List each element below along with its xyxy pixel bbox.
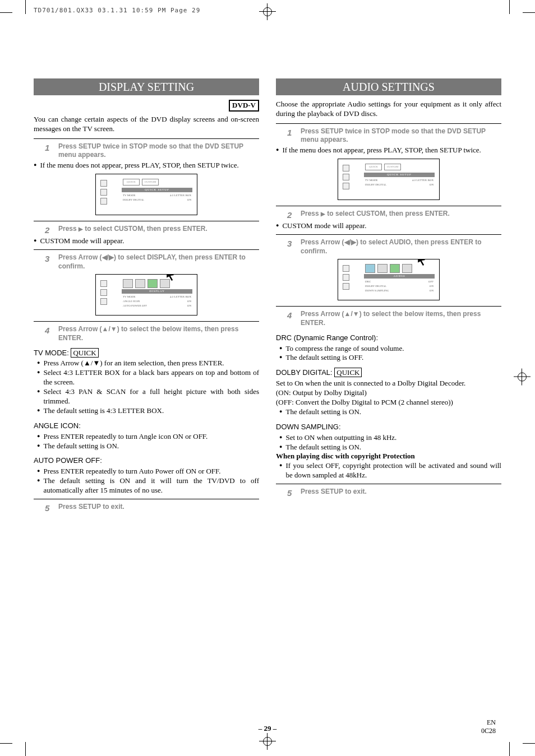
page-footer-code: EN 0C28: [481, 718, 496, 736]
step-text: Press ▶ to select CUSTOM, then press ENT…: [58, 225, 259, 234]
step-number: 3: [287, 238, 295, 249]
audio-settings-column: AUDIO SETTINGS Choose the appropriate Au…: [276, 78, 501, 514]
step-number: 4: [287, 310, 295, 321]
step-text: Press SETUP twice in STOP mode so that t…: [301, 127, 501, 145]
bullet-text: If the menu does not appear, press PLAY,…: [34, 161, 259, 170]
drc-heading: DRC (Dynamic Range Control):: [276, 333, 501, 343]
bullet-text: Select 4:3 LETTER BOX for a black bars a…: [37, 368, 259, 387]
bullet-text: Set to ON when outputting in 48 kHz.: [279, 433, 501, 443]
bullet-text: The default setting is 4:3 LETTER BOX.: [37, 406, 259, 416]
bullet-text: The default setting is OFF.: [279, 353, 501, 363]
step-number: 2: [45, 225, 53, 236]
bullet-text: The default setting is ON.: [37, 442, 259, 451]
dvd-v-badge: DVD-V: [229, 100, 259, 112]
step-number: 4: [45, 325, 53, 336]
bullet-text: Press ENTER repeatedly to turn Angle ico…: [37, 432, 259, 442]
step-number: 3: [45, 253, 53, 265]
step-text: Press SETUP to exit.: [58, 503, 259, 512]
bullet-text: The default setting is ON.: [279, 443, 501, 452]
auto-power-off-heading: AUTO POWER OFF:: [34, 456, 259, 466]
pointer-arrow-icon: [416, 259, 430, 266]
tv-mode-heading: TV MODE: QUICK: [34, 349, 259, 358]
bullet-text: CUSTOM mode will appear.: [34, 236, 259, 246]
display-setting-title: DISPLAY SETTING: [34, 78, 259, 95]
registration-mark-bottom: [259, 733, 276, 753]
down-sampling-heading: DOWN SAMPLING:: [276, 423, 501, 432]
bullet-text: Press ENTER repeatedly to turn Auto Powe…: [37, 467, 259, 476]
bullet-text: If you select OFF, copyright protection …: [279, 461, 501, 480]
copyright-note-heading: When playing disc with copyright Protect…: [276, 452, 501, 461]
svg-marker-0: [167, 274, 174, 281]
screen-illustration-display: DISPLAY TV MODE4:3 LETTER BOX ANGLE ICON…: [95, 274, 197, 316]
step-text: Press Arrow (▲/▼) to select the below it…: [301, 310, 501, 327]
dolby-digital-heading: DOLBY DIGITAL: QUICK: [276, 368, 501, 378]
step-text: Press ▶ to select CUSTOM, then press ENT…: [301, 210, 501, 219]
audio-intro: Choose the appropriate Audio settings fo…: [276, 100, 501, 119]
step-text: Press Arrow (◀/▶) to select DISPLAY, the…: [58, 253, 259, 271]
screen-illustration-quick-setup: QUICK CUSTOM QUICK SETUP TV MODE4:3 LETT…: [338, 159, 440, 200]
screen-illustration-audio: AUDIO DRCOFF DOLBY DIGITALON DOWN SAMPLI…: [338, 259, 440, 300]
step-number: 5: [45, 503, 53, 514]
registration-mark-right: [514, 368, 531, 388]
print-header: TD701/801.QX33 03.1.31 10:59 PM Page 29: [34, 7, 200, 15]
audio-settings-title: AUDIO SETTINGS: [276, 78, 501, 95]
step-number: 2: [287, 210, 295, 221]
step-number: 5: [287, 488, 295, 499]
play-right-icon: ▶: [79, 225, 83, 233]
angle-icon-heading: ANGLE ICON:: [34, 421, 259, 431]
screen-illustration-quick-setup: QUICK CUSTOM QUICK SETUP TV MODE4:3 LETT…: [95, 174, 197, 215]
dolby-text: Set to On when the unit is connected to …: [276, 379, 501, 388]
display-intro: You can change certain aspects of the DV…: [34, 115, 259, 134]
bullet-text: If the menu does not appear, press PLAY,…: [276, 146, 501, 155]
step-text: Press SETUP to exit.: [301, 488, 501, 497]
bullet-text: CUSTOM mode will appear.: [276, 221, 501, 231]
bullet-text: To compress the range of sound volume.: [279, 344, 501, 354]
step-text: Press Arrow (▲/▼) to select the below it…: [58, 325, 259, 342]
pointer-arrow-icon: [164, 274, 179, 281]
svg-marker-1: [418, 259, 425, 266]
bullet-text: The default setting is ON.: [279, 407, 501, 417]
page-number: – 29 –: [259, 724, 277, 734]
bullet-text: The default setting is ON and it will tu…: [37, 476, 259, 495]
dolby-text: (OFF: Convert the Dolby Digital to PCM (…: [276, 398, 501, 407]
step-number: 1: [45, 142, 53, 154]
step-text: Press Arrow (◀/▶) to select AUDIO, then …: [301, 238, 501, 256]
step-number: 1: [287, 127, 295, 138]
bullet-text: Press Arrow (▲/▼) for an item selection,…: [37, 359, 259, 368]
step-text: Press SETUP twice in STOP mode so that t…: [58, 142, 259, 160]
registration-mark-top: [259, 3, 276, 23]
bullet-text: Select 4:3 PAN & SCAN for a full height …: [37, 387, 259, 406]
play-right-icon: ▶: [321, 210, 325, 217]
display-setting-column: DISPLAY SETTING DVD-V You can change cer…: [34, 78, 259, 514]
dolby-text: (ON: Output by Dolby Digital): [276, 388, 501, 398]
